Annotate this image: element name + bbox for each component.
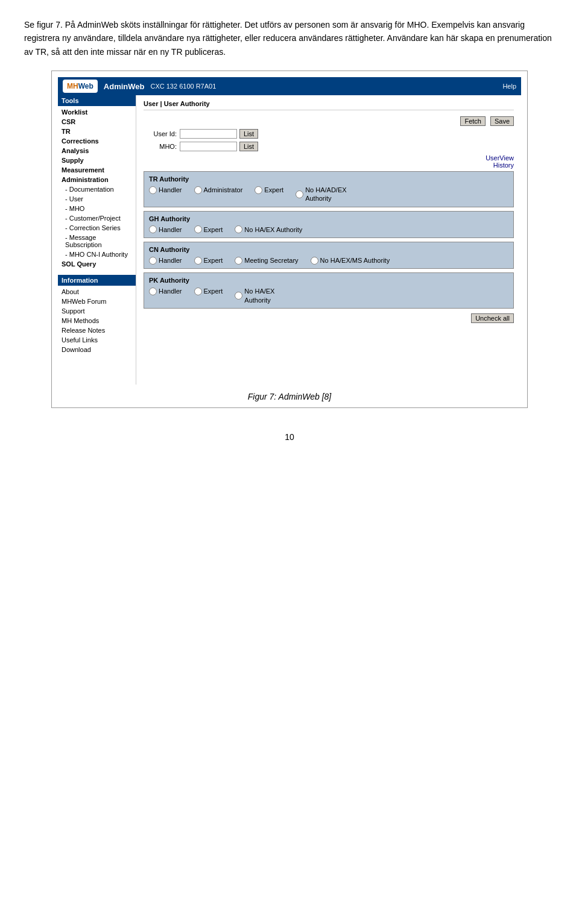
page-number: 10	[24, 432, 555, 442]
sidebar-item-about[interactable]: About	[58, 287, 136, 297]
sidebar-item-sol-query[interactable]: SOL Query	[58, 259, 136, 269]
pk-handler-option[interactable]: Handler	[149, 287, 182, 295]
aw-version: CXC 132 6100 R7A01	[150, 83, 216, 90]
user-id-label: User Id:	[144, 130, 177, 137]
tr-handler-radio[interactable]	[149, 186, 157, 194]
gh-authority-section: GH Authority Handler Expert	[144, 211, 514, 238]
tr-expert-option[interactable]: Expert	[255, 186, 283, 194]
sidebar-item-corrections[interactable]: Corrections	[58, 136, 136, 146]
sidebar-item-administration[interactable]: Administration	[58, 175, 136, 184]
sidebar-item-measurement[interactable]: Measurement	[58, 165, 136, 175]
uncheck-all-button[interactable]: Uncheck all	[471, 313, 514, 323]
pk-handler-radio[interactable]	[149, 288, 157, 295]
sidebar-item-supply[interactable]: Supply	[58, 156, 136, 165]
cn-meeting-secretary-radio[interactable]	[235, 257, 242, 265]
intro-paragraph: Se figur 7. På AdminWeb sköts inställnin…	[24, 18, 555, 58]
sidebar-item-support[interactable]: Support	[58, 306, 136, 316]
breadcrumb: User | User Authority	[144, 100, 514, 110]
history-link[interactable]: History	[493, 162, 514, 169]
mho-list-button[interactable]: List	[239, 142, 258, 151]
fetch-save-row: Fetch Save	[144, 116, 514, 126]
cn-handler-option[interactable]: Handler	[149, 256, 182, 265]
information-section-header: Information	[58, 275, 136, 286]
cn-meeting-secretary-option[interactable]: Meeting Secretary	[235, 256, 298, 265]
gh-expert-label: Expert	[204, 225, 223, 234]
tr-expert-label: Expert	[264, 186, 283, 194]
help-link[interactable]: Help	[502, 83, 516, 90]
aw-header: MHWeb AdminWeb CXC 132 6100 R7A01 Help	[58, 77, 521, 95]
mho-input[interactable]	[180, 142, 237, 151]
logo-mh: MH	[67, 82, 78, 90]
cn-authority-section: CN Authority Handler Expert	[144, 242, 514, 269]
gh-expert-option[interactable]: Expert	[194, 225, 223, 234]
user-id-input[interactable]	[180, 129, 237, 139]
sidebar-item-useful-links[interactable]: Useful Links	[58, 335, 136, 345]
tr-handler-option[interactable]: Handler	[149, 186, 182, 194]
gh-no-authority-radio[interactable]	[235, 225, 242, 233]
cn-authority-title: CN Authority	[149, 246, 508, 253]
sidebar-item-documentation[interactable]: - Documentation	[58, 184, 136, 194]
gh-handler-radio[interactable]	[149, 225, 157, 233]
cn-handler-label: Handler	[159, 256, 182, 265]
pk-expert-option[interactable]: Expert	[194, 287, 223, 295]
fetch-button[interactable]: Fetch	[460, 116, 486, 126]
save-button[interactable]: Save	[490, 116, 514, 126]
cn-expert-option[interactable]: Expert	[194, 256, 223, 265]
gh-handler-option[interactable]: Handler	[149, 225, 182, 234]
page-content: Se figur 7. På AdminWeb sköts inställnin…	[0, 0, 579, 460]
cn-expert-radio[interactable]	[194, 257, 202, 265]
tr-administrator-radio[interactable]	[194, 186, 202, 194]
aw-app-title: AdminWeb	[104, 82, 145, 91]
gh-no-authority-label: No HA/EX Authority	[244, 225, 302, 234]
sidebar-item-tr[interactable]: TR	[58, 127, 136, 136]
sidebar-item-correction-series[interactable]: - Correction Series	[58, 223, 136, 233]
userview-link[interactable]: UserView	[486, 154, 514, 162]
mho-row: MHO: List	[144, 142, 514, 151]
tr-handler-label: Handler	[159, 186, 182, 194]
mho-label: MHO:	[144, 143, 177, 150]
tools-section-header: Tools	[58, 95, 136, 106]
sidebar-item-message-subscription[interactable]: - Message Subscription	[58, 233, 136, 250]
breadcrumb-user[interactable]: User	[144, 100, 158, 107]
breadcrumb-separator: |	[158, 100, 163, 107]
sidebar-item-customer-project[interactable]: - Customer/Project	[58, 213, 136, 223]
sidebar-item-worklist[interactable]: Worklist	[58, 107, 136, 117]
sidebar-item-analysis[interactable]: Analysis	[58, 146, 136, 156]
tr-expert-radio[interactable]	[255, 186, 262, 194]
cn-no-authority-option[interactable]: No HA/EX/MS Authority	[311, 256, 390, 265]
gh-authority-title: GH Authority	[149, 215, 508, 222]
pk-no-authority-label: No HA/EXAuthority	[244, 287, 274, 304]
sidebar-item-mhweb-forum[interactable]: MHWeb Forum	[58, 297, 136, 306]
tr-no-authority-radio[interactable]	[296, 190, 303, 198]
logo-web: Web	[78, 82, 93, 90]
sidebar-item-mho[interactable]: - MHO	[58, 204, 136, 213]
gh-expert-radio[interactable]	[194, 225, 202, 233]
sidebar-item-mho-cni-authority[interactable]: - MHO CN-I Authority	[58, 250, 136, 259]
user-id-list-button[interactable]: List	[239, 129, 258, 139]
tr-no-authority-option[interactable]: No HA/AD/EXAuthority	[296, 186, 346, 203]
sidebar-item-release-notes[interactable]: Release Notes	[58, 325, 136, 335]
pk-no-authority-option[interactable]: No HA/EXAuthority	[235, 287, 274, 304]
cn-no-authority-label: No HA/EX/MS Authority	[320, 256, 390, 265]
pk-authority-section: PK Authority Handler Expert	[144, 272, 514, 309]
figure-container: MHWeb AdminWeb CXC 132 6100 R7A01 Help T…	[51, 71, 528, 408]
breadcrumb-authority: User Authority	[164, 100, 210, 107]
cn-no-authority-radio[interactable]	[311, 257, 318, 265]
sidebar-item-mh-methods[interactable]: MH Methods	[58, 316, 136, 325]
pk-authority-options: Handler Expert No HA/EXAuthority	[149, 287, 508, 304]
uncheck-all-row: Uncheck all	[144, 313, 514, 323]
pk-expert-radio[interactable]	[194, 288, 202, 295]
pk-no-authority-radio[interactable]	[235, 292, 242, 300]
aw-sidebar: Tools Worklist CSR TR Corrections Analys…	[58, 95, 136, 385]
cn-meeting-secretary-label: Meeting Secretary	[244, 256, 298, 265]
tr-authority-options: Handler Administrator Expert	[149, 186, 508, 203]
aw-logo: MHWeb	[63, 80, 98, 93]
tr-administrator-label: Administrator	[204, 186, 243, 194]
sidebar-item-download[interactable]: Download	[58, 345, 136, 354]
cn-handler-radio[interactable]	[149, 257, 157, 265]
sidebar-item-user[interactable]: - User	[58, 194, 136, 204]
pk-handler-label: Handler	[159, 287, 182, 295]
tr-administrator-option[interactable]: Administrator	[194, 186, 243, 194]
gh-no-authority-option[interactable]: No HA/EX Authority	[235, 225, 302, 234]
sidebar-item-csr[interactable]: CSR	[58, 117, 136, 127]
